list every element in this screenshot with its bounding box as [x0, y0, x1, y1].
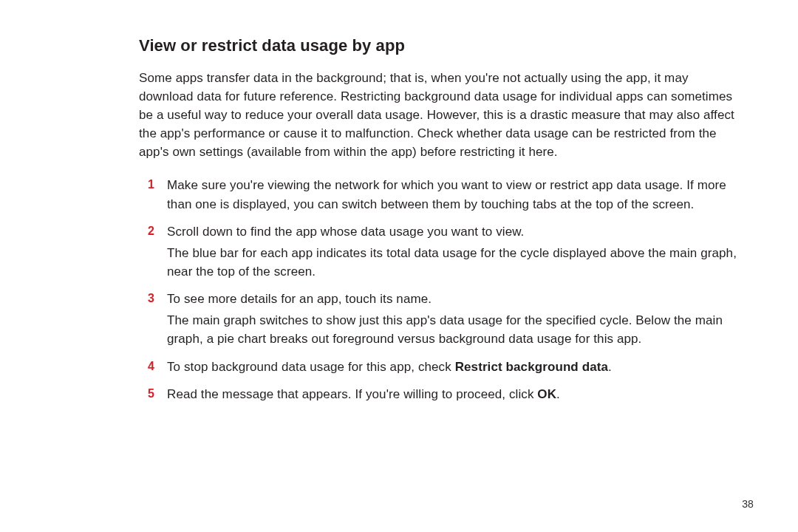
page-number: 38: [742, 498, 754, 510]
step-text: Read the message that appears. If you're…: [167, 385, 740, 403]
step-number: 2: [148, 222, 154, 240]
text-run: .: [608, 360, 612, 374]
step-1: 1 Make sure you're viewing the network f…: [151, 176, 740, 213]
step-number: 5: [148, 385, 154, 403]
step-number: 4: [148, 358, 154, 375]
steps-list: 1 Make sure you're viewing the network f…: [139, 176, 740, 403]
text-run: .: [556, 387, 560, 401]
step-3: 3 To see more details for an app, touch …: [151, 290, 740, 348]
step-text: Make sure you're viewing the network for…: [167, 176, 740, 213]
text-run: Read the message that appears. If you're…: [167, 387, 537, 401]
bold-label: OK: [537, 387, 556, 401]
step-5: 5 Read the message that appears. If you'…: [151, 385, 740, 403]
step-text: Scroll down to find the app whose data u…: [167, 222, 740, 241]
section-title: View or restrict data usage by app: [139, 35, 740, 57]
step-2: 2 Scroll down to find the app whose data…: [151, 222, 740, 281]
document-page: View or restrict data usage by app Some …: [0, 0, 798, 532]
intro-paragraph: Some apps transfer data in the backgroun…: [139, 69, 740, 162]
step-4: 4 To stop background data usage for this…: [151, 358, 740, 376]
step-number: 3: [148, 290, 154, 307]
step-text: The main graph switches to show just thi…: [167, 311, 740, 348]
step-text: To stop background data usage for this a…: [167, 358, 740, 376]
step-text: To see more details for an app, touch it…: [167, 290, 740, 308]
text-run: To stop background data usage for this a…: [167, 360, 455, 374]
step-number: 1: [148, 176, 154, 194]
bold-label: Restrict background data: [455, 360, 608, 374]
step-text: The blue bar for each app indicates its …: [167, 244, 740, 281]
